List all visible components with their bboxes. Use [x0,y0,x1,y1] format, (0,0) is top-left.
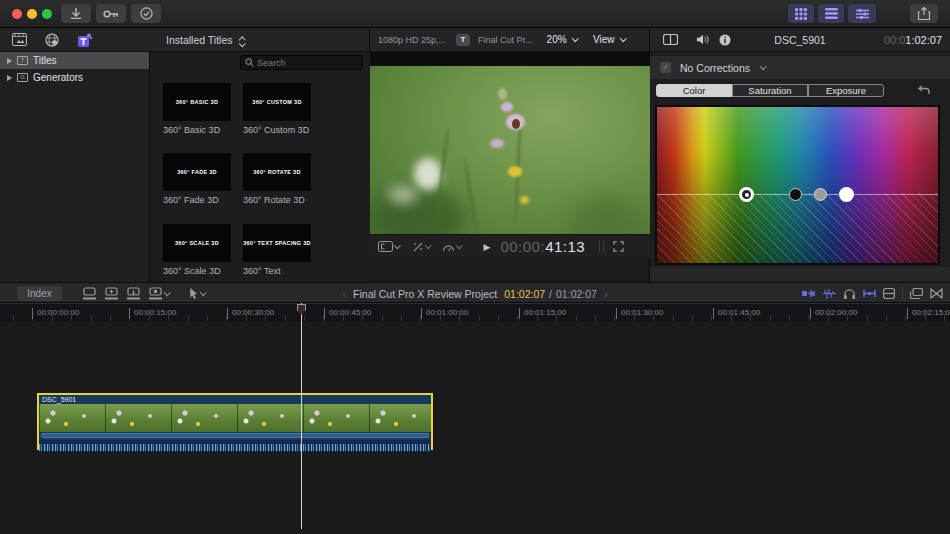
updown-chevron-icon [238,35,245,46]
fcpx-window: Installed Titles T Titles G Generators [0,0,950,534]
shadows-puck[interactable] [789,188,802,201]
adjust-button[interactable] [848,4,876,23]
append-clip-icon[interactable] [126,287,141,300]
stacked-panels-icon[interactable] [910,288,923,299]
clip-audio-waveform[interactable] [39,440,431,452]
fullscreen-icon[interactable] [613,241,624,252]
title-label: 360° Basic 3D [163,125,231,135]
minimize-window-button[interactable] [27,9,37,19]
orchid-bud [498,88,507,100]
corrections-row[interactable]: ✓ No Corrections [650,56,950,79]
enhancements-menu[interactable] [412,241,431,253]
titles-overlay-button[interactable]: T [456,34,470,46]
zoom-value: 20% [547,34,567,45]
highlights-puck[interactable] [839,187,854,202]
zoom-window-button[interactable] [42,9,52,19]
title-thumbnail[interactable]: 360° BASIC 3D [163,83,231,121]
photos-media-icon[interactable] [12,33,27,46]
next-project-button[interactable]: › [604,288,608,300]
title-item[interactable]: 360° BASIC 3D 360° Basic 3D [163,83,231,135]
current-timecode: 01:02:07 [504,288,545,300]
share-button[interactable] [910,4,938,23]
view-dropdown[interactable]: View [593,34,625,45]
zoom-dropdown[interactable]: 20% [547,34,578,45]
title-label: 360° Scale 3D [163,266,231,276]
timeline-ruler[interactable]: 00:00:00:00 00:00:15:00 00:00:30:00 00:0… [0,303,950,322]
title-item[interactable]: 360° TEXT SPACING 3D 360° Text [243,224,311,276]
download-icon [71,8,81,19]
close-window-button[interactable] [12,9,22,19]
retime-menu[interactable] [442,242,462,252]
title-label: 360° Fade 3D [163,195,231,205]
effects-globe-icon[interactable] [45,33,59,47]
title-thumbnail[interactable]: 360° CUSTOM 3D [243,83,311,121]
disclosure-triangle-icon[interactable] [7,75,12,81]
browser-sidebar: T Titles G Generators [0,52,150,282]
pointer-tool-menu[interactable] [189,287,206,300]
bowtie-icon[interactable] [930,288,943,299]
list-view-icon [825,8,838,19]
clip-appearance-icon[interactable] [802,288,816,299]
trim-icon[interactable] [863,288,876,299]
download-button[interactable] [61,4,91,23]
divider [603,240,604,253]
timeline-clip[interactable]: DSC_5901 [37,393,433,450]
titles-generators-icon[interactable] [77,33,92,47]
title-thumbnail[interactable]: 360° SCALE 3D [163,224,231,262]
index-button[interactable]: Index [17,286,62,301]
adjust-sliders-icon [856,8,869,20]
ruler-label: 00:02:00:00 [810,308,857,319]
overwrite-clip-menu[interactable] [148,287,170,300]
video-inspector-tab[interactable] [663,34,678,45]
inspector-timecode: 00:01:02:07 [884,28,942,52]
disclosure-triangle-icon[interactable] [7,58,12,64]
insert-clip-icon[interactable] [104,287,119,300]
midtones-puck[interactable] [814,188,827,201]
effects-icon[interactable] [883,288,895,299]
orchid-petal [501,102,513,112]
headphones-icon[interactable] [843,288,856,300]
clip-filmstrip[interactable] [39,404,431,432]
timeline-project-name[interactable]: Final Cut Pro X Review Project [353,288,497,300]
connect-clip-icon[interactable] [82,287,97,300]
viewer-canvas[interactable]: ▶ 00:00:41:13 [370,52,650,258]
color-board[interactable] [655,105,940,265]
info-inspector-tab[interactable] [719,34,731,46]
reset-arrow-icon[interactable] [918,85,930,95]
title-thumbnail[interactable]: 360° ROTATE 3D [243,153,311,191]
title-item[interactable]: 360° FADE 3D 360° Fade 3D [163,153,231,205]
audio-waveform-icon[interactable] [823,288,836,299]
audio-inspector-tab[interactable] [696,34,710,45]
title-item[interactable]: 360° ROTATE 3D 360° Rotate 3D [243,153,311,205]
tab-color[interactable]: Color [656,84,732,97]
playhead-line[interactable] [301,303,302,529]
title-thumbnail[interactable]: 360° TEXT SPACING 3D [243,224,311,262]
corrections-checkbox[interactable]: ✓ [660,62,671,73]
prev-project-button[interactable]: ‹ [342,288,346,300]
timeline-track-area[interactable]: DSC_5901 [0,322,950,534]
installed-titles-dropdown[interactable]: Installed Titles [120,28,290,52]
play-button[interactable]: ▶ [484,242,491,252]
clip-volume-bar[interactable] [39,432,431,440]
sidebar-item-titles[interactable]: T Titles [0,52,149,69]
title-item[interactable]: 360° CUSTOM 3D 360° Custom 3D [243,83,311,135]
background-blur [570,196,640,238]
edit-buttons [82,283,205,304]
divider [599,240,600,253]
list-view-button[interactable] [818,4,844,23]
clover-flower [414,158,442,190]
tab-saturation[interactable]: Saturation [732,84,808,97]
total-timecode: 01:02:07 [556,288,597,300]
grid-view-button[interactable] [788,4,814,23]
tab-exposure[interactable]: Exposure [808,84,884,97]
ruler-label: 00:00:30:00 [227,308,274,319]
check-button[interactable] [131,4,161,23]
search-field[interactable] [240,55,363,70]
search-input[interactable] [257,58,352,68]
title-thumbnail[interactable]: 360° FADE 3D [163,153,231,191]
crop-transform-menu[interactable] [378,241,400,252]
key-button[interactable] [96,4,126,23]
sidebar-item-generators[interactable]: G Generators [0,69,149,86]
title-item[interactable]: 360° SCALE 3D 360° Scale 3D [163,224,231,276]
global-ring-puck[interactable] [739,187,754,202]
